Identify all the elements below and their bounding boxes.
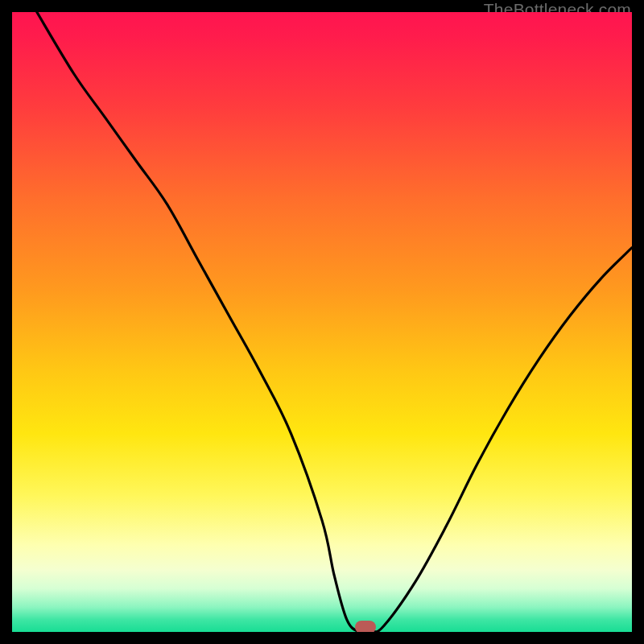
bottleneck-curve (12, 12, 632, 632)
optimal-point-marker (355, 621, 376, 632)
chart-plot-area (12, 12, 632, 632)
